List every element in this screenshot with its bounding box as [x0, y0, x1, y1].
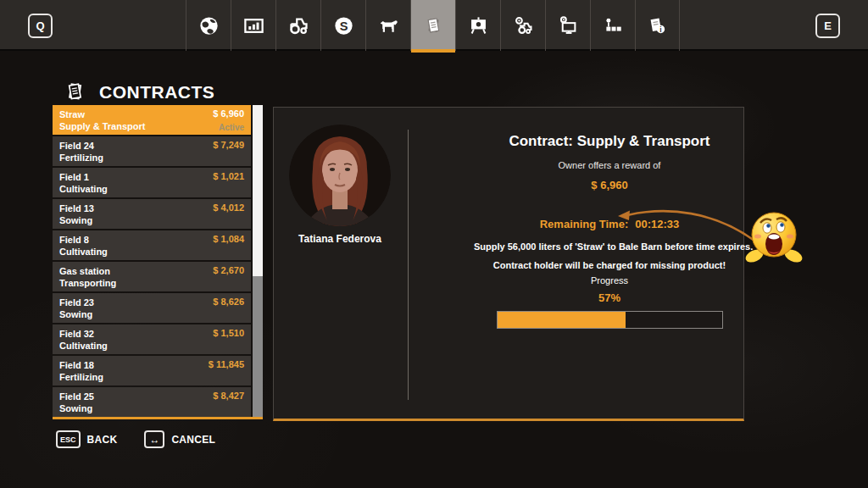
owner-portrait-image	[289, 125, 391, 226]
tab-ai-workers[interactable]	[500, 0, 545, 51]
contract-type: Supply & Transport	[59, 120, 145, 132]
contract-row[interactable]: Field 23 $ 8,626 Sowing	[53, 293, 251, 323]
contract-price: $ 1,021	[213, 171, 244, 181]
progress-label: Progress	[474, 275, 745, 286]
contract-type: Cultivating	[59, 183, 108, 195]
contract-price: $ 8,626	[213, 297, 244, 307]
warning-text: Contract holder will be charged for miss…	[474, 260, 745, 270]
contract-type: Fertilizing	[59, 371, 103, 383]
contracts-screen: { "toolbar": { "left_key": "Q", "right_k…	[0, 0, 868, 488]
tab-statistics[interactable]	[231, 0, 275, 51]
reward-label: Owner offers a reward of	[474, 160, 745, 170]
contracts-header-icon	[63, 80, 87, 104]
contract-type: Fertilizing	[59, 152, 103, 164]
menu-tabs: S	[186, 0, 680, 51]
contract-row[interactable]: Field 13 $ 4,012 Sowing	[53, 199, 251, 229]
contract-price: $ 6,960	[213, 108, 244, 119]
contract-row-selected[interactable]: Straw $ 6,960 Supply & Transport Active	[53, 105, 251, 135]
contract-price: $ 11,845	[209, 359, 244, 369]
contract-price: $ 2,670	[213, 265, 244, 275]
production-chains-icon	[602, 14, 625, 37]
back-label: BACK	[87, 434, 118, 446]
tab-animals[interactable]	[365, 0, 410, 51]
contract-price: $ 4,012	[213, 202, 244, 213]
tab-world[interactable]	[186, 0, 231, 51]
remaining-time-value: 00:12:33	[635, 218, 679, 230]
progress-fill	[498, 312, 626, 328]
statistics-icon	[242, 14, 265, 37]
list-scrollbar[interactable]	[253, 105, 263, 417]
contract-type: Transporting	[59, 277, 116, 289]
contract-type: Sowing	[59, 214, 92, 226]
page-header: CONTRACTS	[63, 80, 214, 104]
contract-row[interactable]: Gas station $ 2,670 Transporting	[53, 262, 251, 291]
cancel-key-icon: ↔	[144, 430, 164, 448]
panel-divider	[408, 130, 409, 400]
reward-amount: $ 6,960	[474, 179, 745, 191]
contract-details: Contract: Supply & Transport Owner offer…	[474, 133, 745, 329]
cancel-label: CANCEL	[171, 434, 215, 446]
remaining-time-label: Remaining Time:	[540, 218, 629, 230]
key-hint-q[interactable]: Q	[28, 14, 53, 38]
contract-type: Cultivating	[59, 340, 108, 352]
contract-type: Cultivating	[59, 246, 108, 258]
contract-list: Straw $ 6,960 Supply & Transport Active …	[53, 105, 263, 419]
svg-text:i: i	[659, 25, 661, 33]
contract-row[interactable]: Field 8 $ 1,084 Cultivating	[53, 230, 251, 260]
remaining-time: Remaining Time:00:12:33	[474, 218, 745, 230]
animals-icon	[377, 14, 400, 37]
contract-price: $ 1,510	[213, 328, 244, 338]
tab-contracts[interactable]	[410, 0, 455, 51]
contract-rows: Straw $ 6,960 Supply & Transport Active …	[53, 105, 251, 419]
footer-actions: ESC BACK ↔ CANCEL	[56, 430, 215, 448]
contracts-icon	[422, 14, 445, 37]
back-button[interactable]: ESC BACK	[56, 430, 117, 448]
page-title: CONTRACTS	[99, 82, 214, 103]
cancel-button[interactable]: ↔ CANCEL	[144, 430, 215, 448]
contract-row[interactable]: Field 24 $ 7,249 Fertilizing	[53, 136, 251, 166]
contract-status-badge: Active	[219, 123, 244, 132]
svg-text:S: S	[339, 19, 348, 32]
finances-icon: S	[332, 14, 355, 37]
tab-production-board[interactable]	[455, 0, 500, 51]
tab-production-chains[interactable]	[590, 0, 635, 51]
contract-price: $ 1,084	[213, 234, 244, 244]
tab-placeables[interactable]	[545, 0, 590, 51]
key-hint-e[interactable]: E	[815, 14, 840, 38]
world-icon	[198, 14, 220, 37]
ai-workers-icon	[512, 14, 535, 37]
prices-info-icon: i	[646, 14, 669, 37]
tab-vehicles[interactable]	[275, 0, 320, 51]
contract-type: Sowing	[59, 402, 92, 414]
contract-price: $ 7,249	[213, 140, 244, 150]
contract-row[interactable]: Field 1 $ 1,021 Cultivating	[53, 168, 251, 197]
vehicles-icon	[287, 14, 310, 37]
contract-row[interactable]: Field 25 $ 8,427 Sowing	[53, 387, 251, 417]
tab-finances[interactable]: S	[320, 0, 365, 51]
contract-row[interactable]: Field 18 $ 11,845 Fertilizing	[53, 356, 251, 385]
esc-key-icon: ESC	[56, 430, 81, 448]
owner-avatar	[289, 125, 391, 226]
owner-name: Tatiana Federova	[274, 233, 406, 245]
production-board-icon	[467, 14, 490, 37]
scrollbar-thumb[interactable]	[253, 105, 263, 276]
progress-percent: 57%	[474, 291, 745, 304]
shocked-emoji	[744, 206, 804, 268]
contract-detail-title: Contract: Supply & Transport	[474, 133, 745, 150]
progress-bar	[497, 311, 723, 329]
contract-type: Sowing	[59, 308, 92, 320]
contract-price: $ 8,427	[213, 391, 244, 401]
top-menu-bar: Q	[0, 0, 868, 51]
task-description: Supply 56,000 liters of 'Straw' to Bale …	[474, 241, 745, 252]
contract-detail-panel: Tatiana Federova Contract: Supply & Tran…	[273, 107, 744, 421]
contract-row[interactable]: Field 32 $ 1,510 Cultivating	[53, 324, 251, 354]
tab-prices-info[interactable]: i	[635, 0, 680, 51]
placeables-icon	[557, 14, 580, 37]
